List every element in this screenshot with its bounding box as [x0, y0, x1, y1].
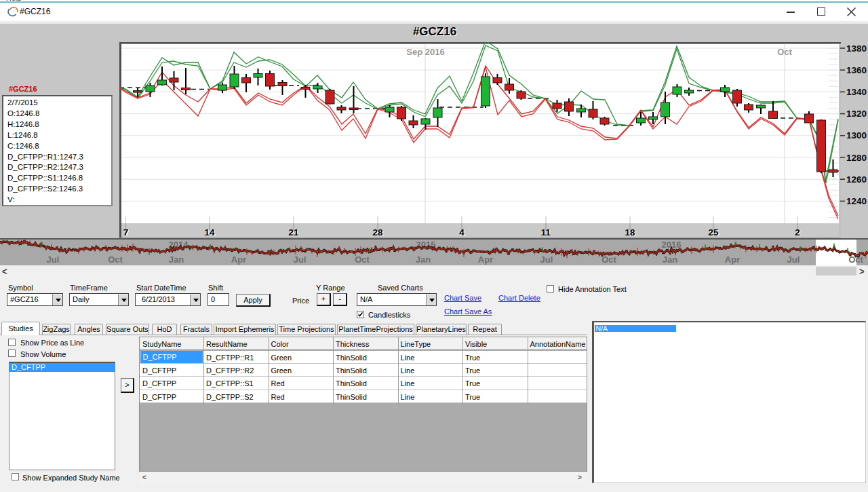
svg-text:Oct: Oct: [777, 47, 792, 57]
svg-text:Oct: Oct: [355, 254, 370, 265]
svg-text:1260: 1260: [846, 174, 867, 185]
svg-text:1340: 1340: [846, 87, 867, 97]
svg-text:Jul: Jul: [294, 254, 307, 265]
svg-text:28: 28: [372, 227, 383, 238]
svg-text:Apr: Apr: [725, 254, 740, 265]
svg-text:Apr: Apr: [478, 254, 493, 265]
svg-text:Oct: Oct: [601, 254, 616, 265]
svg-text:Oct: Oct: [108, 254, 123, 265]
svg-text:1320: 1320: [846, 109, 867, 119]
svg-text:25: 25: [708, 227, 719, 238]
svg-text:Jul: Jul: [47, 254, 60, 265]
svg-text:Jul: Jul: [787, 254, 800, 265]
svg-text:Sep 2016: Sep 2016: [406, 47, 444, 57]
svg-text:21: 21: [288, 227, 299, 238]
svg-text:Jan: Jan: [169, 254, 184, 265]
svg-text:Apr: Apr: [231, 254, 246, 265]
svg-text:Jul: Jul: [540, 254, 553, 265]
svg-text:2: 2: [795, 227, 800, 238]
svg-text:1380: 1380: [846, 43, 867, 54]
svg-text:14: 14: [204, 227, 215, 238]
svg-text:18: 18: [625, 227, 635, 238]
svg-text:1240: 1240: [846, 196, 867, 206]
svg-text:1280: 1280: [846, 153, 867, 163]
svg-text:1360: 1360: [846, 65, 867, 75]
svg-text:Jan: Jan: [663, 254, 677, 265]
svg-text:7: 7: [123, 227, 129, 238]
svg-text:11: 11: [541, 227, 551, 238]
svg-text:Jan: Jan: [416, 254, 431, 265]
svg-text:4: 4: [459, 227, 465, 238]
svg-text:1300: 1300: [846, 130, 867, 140]
